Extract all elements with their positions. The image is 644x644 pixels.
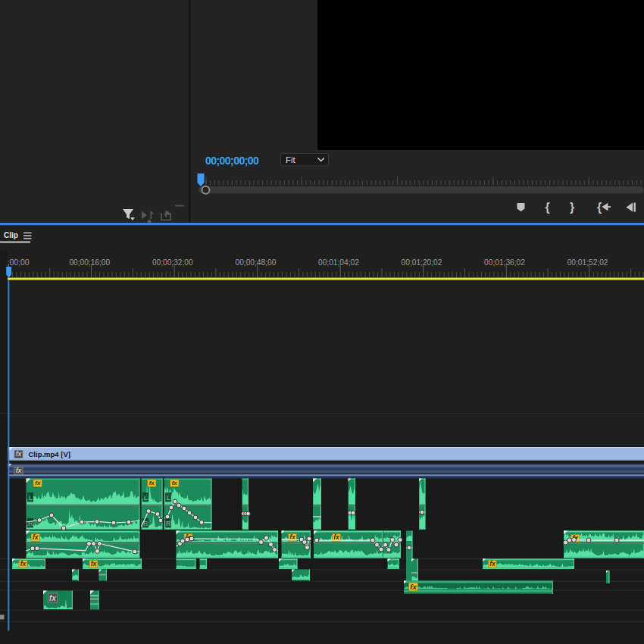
svg-text:00;00;00;00: 00;00;00;00: [205, 155, 259, 167]
svg-text:L: L: [167, 494, 170, 502]
svg-text:L: L: [29, 494, 33, 502]
svg-text:00;00;32;00: 00;00;32;00: [152, 258, 193, 267]
svg-text:fx: fx: [16, 450, 23, 458]
svg-text:fx: fx: [489, 560, 496, 567]
svg-text:fx: fx: [20, 560, 27, 567]
svg-text:fx: fx: [35, 480, 41, 486]
svg-text:Fit: Fit: [286, 155, 296, 164]
svg-text:fx: fx: [410, 583, 417, 591]
svg-text:00;01;52;02: 00;01;52;02: [567, 258, 608, 267]
svg-text:fx: fx: [33, 533, 39, 541]
svg-text:00;01;04;02: 00;01;04;02: [318, 258, 359, 267]
svg-text:}: }: [570, 201, 574, 214]
svg-text:fx: fx: [49, 593, 57, 602]
svg-text:00;00;48;00: 00;00;48;00: [235, 258, 276, 267]
svg-text:Clip.mp4 [V]: Clip.mp4 [V]: [29, 450, 70, 458]
svg-text:fx: fx: [289, 533, 296, 541]
svg-text:R: R: [166, 520, 171, 527]
svg-text:;00;00: ;00;00: [8, 258, 30, 267]
svg-text:L: L: [144, 494, 148, 502]
svg-text:00;01;36;02: 00;01;36;02: [484, 258, 525, 267]
svg-text:{: {: [597, 201, 602, 214]
svg-text:fx: fx: [91, 560, 98, 567]
svg-text:Clip: Clip: [4, 231, 18, 239]
svg-text:fx: fx: [149, 480, 155, 486]
svg-text:fx: fx: [172, 480, 178, 486]
svg-text:{: {: [545, 201, 549, 214]
svg-text:00;01;20;02: 00;01;20;02: [402, 258, 442, 267]
svg-text:00;00;16;00: 00;00;16;00: [69, 258, 110, 267]
svg-text:fx: fx: [16, 467, 23, 474]
